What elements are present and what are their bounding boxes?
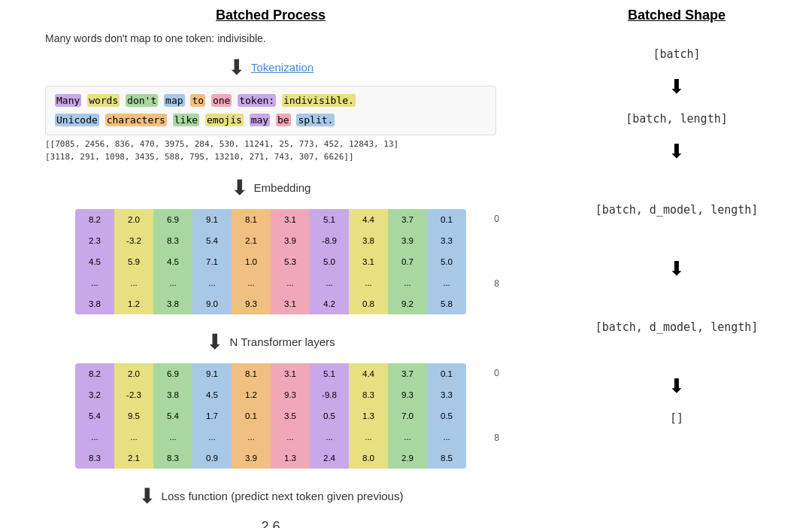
left-title: Batched Process	[216, 8, 326, 23]
matrix-cell: ...	[349, 426, 388, 448]
matrix-cell: 5.1	[310, 363, 349, 384]
shape-empty: []	[670, 399, 683, 437]
matrix-cell: 1.2	[232, 384, 271, 405]
arrow-transformer: ⬇ N Transformer layers	[206, 326, 335, 357]
matrix-cell: 4.4	[349, 209, 388, 230]
matrix-cell: 8.3	[349, 384, 388, 405]
matrix-cell: ...	[271, 272, 310, 293]
matrix-cell: 4.2	[310, 293, 349, 314]
shape-label-3: [batch, d_model, length]	[595, 320, 759, 334]
matrix-cell: 4.4	[349, 363, 388, 384]
matrix-cell: 8.1	[232, 209, 271, 230]
matrix-cell: 8.1	[232, 363, 271, 384]
matrix-cell: 3.8	[153, 293, 192, 314]
token-to: to	[190, 94, 205, 107]
loss-value: 2.6	[261, 519, 280, 528]
shape-batch-dmodel-length-2: [batch, d_model, length]	[595, 282, 759, 372]
matrix-cell: 3.5	[271, 405, 310, 426]
matrix-cell: ...	[232, 426, 271, 448]
matrix-cell: 9.0	[192, 293, 232, 314]
token-may: may	[250, 114, 270, 126]
matrix-cell: 5.3	[271, 251, 310, 272]
matrix-cell: -3.2	[114, 230, 153, 251]
token-like: like	[173, 114, 199, 126]
matrix-cell: 2.9	[388, 448, 427, 469]
matrix-cell: 3.8	[349, 230, 388, 251]
matrix-cell: 8.2	[75, 209, 114, 230]
matrix-cell: ...	[192, 272, 232, 293]
matrix-cell: 5.1	[310, 209, 349, 230]
description: Many words don't map to one token: indiv…	[45, 32, 496, 44]
shape-label-1: [batch, length]	[626, 112, 727, 126]
transformer-label: N Transformer layers	[229, 335, 335, 348]
token-indivisible: indivisible.	[282, 94, 356, 107]
matrix-cell: 0.5	[310, 405, 349, 426]
matrix-cell: 3.1	[271, 293, 310, 314]
matrix-cell: ...	[153, 426, 192, 448]
down-arrow-3: ⬇	[206, 329, 223, 354]
matrix-cell: 9.2	[388, 293, 427, 314]
matrix-cell: 0.7	[388, 251, 427, 272]
matrix-cell: -9.8	[310, 384, 349, 405]
matrix-cell: 3.7	[388, 209, 427, 230]
shape-batch-dmodel-length-1: [batch, d_model, length]	[595, 165, 759, 255]
matrix-cell: 6.9	[153, 363, 192, 384]
shape-batch: [batch]	[653, 35, 700, 73]
token-line-2: Unicode characters like emojis may be sp…	[55, 112, 486, 129]
arrow-tokenization: ⬇ Tokenization	[228, 52, 314, 83]
token-emojis: emojis	[205, 114, 244, 126]
shape-arrow-4: ⬇	[668, 372, 685, 399]
token-line-1: Many words don't map to one token: indiv…	[55, 93, 486, 109]
matrix-cell: 8.0	[349, 448, 388, 469]
matrix-cell: ...	[349, 272, 388, 293]
matrix-cell: 5.0	[427, 251, 466, 272]
matrix-cell: 9.3	[388, 384, 427, 405]
matrix-cell: 1.3	[271, 448, 310, 469]
matrix-cell: 1.0	[232, 251, 271, 272]
matrix-cell: 9.3	[232, 293, 271, 314]
matrix-cell: 6.9	[153, 209, 192, 230]
matrix-cell: ...	[310, 426, 349, 448]
token-words: words	[87, 94, 120, 107]
shape-label-2: [batch, d_model, length]	[595, 203, 759, 217]
matrix-cell: 2.4	[310, 448, 349, 469]
matrix-cell: 3.3	[427, 230, 466, 251]
matrix-cell: ...	[388, 272, 427, 293]
matrix-cell: 9.5	[114, 405, 153, 426]
matrix-cell: ...	[114, 426, 153, 448]
shape-label-0: [batch]	[653, 47, 700, 61]
right-title: Batched Shape	[628, 8, 726, 23]
matrix-cell: 3.9	[388, 230, 427, 251]
matrix-cell: 8.3	[153, 448, 192, 469]
matrix-cell: 5.9	[114, 251, 153, 272]
matrix-cell: 3.3	[427, 384, 466, 405]
matrix-cell: 5.4	[75, 405, 114, 426]
token-ids-line2: [3118, 291, 1098, 3435, 588, 795, 13210,…	[45, 151, 496, 164]
matrix-side-label: 8	[494, 432, 499, 443]
matrix-cell: 0.5	[427, 405, 466, 426]
embedding-label: Embedding	[254, 181, 311, 194]
tokenization-link[interactable]: Tokenization	[251, 61, 314, 74]
token-token: token:	[238, 94, 276, 107]
embedding-matrix: 8.22.06.99.18.13.15.14.43.70.12.3-3.28.3…	[75, 209, 466, 314]
shape-arrow-3: ⬇	[668, 255, 685, 282]
matrix-cell: 0.1	[427, 209, 466, 230]
loss-label: Loss function (predict next token given …	[162, 490, 404, 502]
shape-arrow-1: ⬇	[668, 73, 685, 100]
matrix-cell: 2.0	[114, 209, 153, 230]
matrix-cell: 3.8	[153, 384, 192, 405]
down-arrow-1: ⬇	[228, 55, 245, 80]
matrix-cell: 3.1	[271, 209, 310, 230]
matrix-side-label: 0	[494, 368, 499, 378]
token-ids: [[7085, 2456, 836, 470, 3975, 284, 530, …	[45, 138, 496, 163]
matrix-cell: ...	[192, 426, 232, 448]
matrix-cell: ...	[388, 426, 427, 448]
transformer-matrix: 8.22.06.99.18.13.15.14.43.70.13.2-2.33.8…	[75, 363, 466, 469]
matrix-cell: 2.3	[75, 230, 114, 251]
matrix-cell: 4.5	[75, 251, 114, 272]
matrix-cell: 8.5	[427, 448, 466, 469]
shape-label-4: []	[670, 411, 683, 425]
arrow-loss: ⬇ Loss function (predict next token give…	[138, 481, 404, 511]
matrix-cell: 0.1	[427, 363, 466, 384]
matrix-cell: 3.1	[349, 251, 388, 272]
